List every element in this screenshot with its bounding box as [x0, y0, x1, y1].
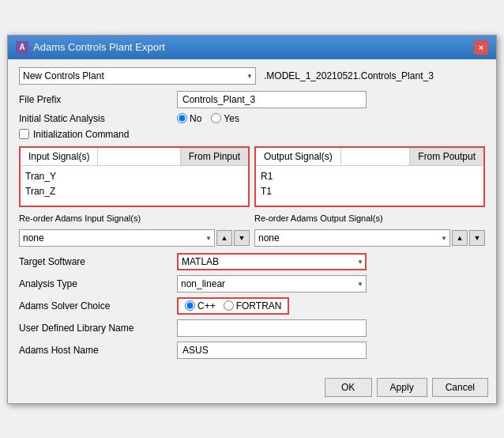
output-signals-header: Output Signal(s) From Poutput	[256, 148, 483, 166]
dialog-title: Adams Controls Plant Export	[33, 41, 165, 53]
host-name-label: Adams Host Name	[19, 345, 177, 356]
reorder-output-half: Re-order Adams Output Signal(s)	[254, 213, 485, 223]
reorder-output-down-btn[interactable]: ▼	[469, 230, 485, 246]
output-signals-tab: Output Signal(s)	[256, 148, 341, 165]
init-cmd-row: Initialization Command	[19, 129, 485, 140]
host-name-row: Adams Host Name	[19, 342, 485, 359]
output-signal-item-2: T1	[261, 184, 479, 199]
analysis-type-label: Analysis Type	[19, 278, 177, 289]
solver-choice-radios: C++ FORTRAN	[177, 297, 289, 315]
apply-button[interactable]: Apply	[377, 378, 427, 397]
radio-yes-input[interactable]	[211, 113, 221, 123]
initial-static-radios: No Yes	[177, 113, 239, 124]
reorder-input-down-btn[interactable]: ▼	[234, 230, 250, 246]
reorder-input-dropdown[interactable]: none	[19, 229, 215, 247]
file-prefix-control	[177, 91, 367, 108]
plant-dropdown-wrapper[interactable]: New Controls Plant	[19, 67, 256, 85]
cancel-button[interactable]: Cancel	[432, 378, 488, 397]
dialog-container: A Adams Controls Plant Export × New Cont…	[7, 35, 497, 404]
target-software-row: Target Software MATLAB	[19, 253, 485, 270]
input-signal-item-1: Tran_Y	[25, 169, 243, 184]
input-signals-panel: Input Signal(s) From Pinput Tran_Y Tran_…	[19, 146, 250, 207]
solver-choice-row: Adams Solver Choice C++ FORTRAN	[19, 297, 485, 315]
reorder-input-dropdown-wrapper[interactable]: none	[19, 229, 215, 247]
input-signals-list: Tran_Y Tran_Z	[21, 166, 248, 206]
target-software-dropdown[interactable]: MATLAB	[177, 253, 367, 270]
user-lib-row: User Defined Library Name	[19, 319, 485, 337]
reorder-input-controls: none ▲ ▼	[19, 229, 250, 247]
radio-cpp-input[interactable]	[185, 300, 195, 311]
init-cmd-checkbox[interactable]	[19, 129, 29, 139]
reorder-input-up-btn[interactable]: ▲	[216, 230, 232, 246]
initial-static-row: Initial Static Analysis No Yes	[19, 113, 485, 124]
init-cmd-label: Initialization Command	[33, 129, 129, 140]
title-bar-left: A Adams Controls Plant Export	[16, 41, 165, 54]
reorder-output-dropdown-wrapper[interactable]: none	[254, 229, 450, 247]
radio-no-label: No	[190, 113, 201, 124]
user-lib-input[interactable]	[177, 319, 367, 337]
file-prefix-row: File Prefix	[19, 91, 485, 108]
title-bar: A Adams Controls Plant Export ×	[8, 36, 496, 59]
model-label: .MODEL_1_20210521.Controls_Plant_3	[261, 70, 434, 81]
reorder-input-label: Re-order Adams Input Signal(s)	[19, 213, 141, 223]
radio-fortran[interactable]: FORTRAN	[224, 300, 282, 312]
ok-button[interactable]: OK	[325, 378, 372, 397]
radio-fortran-label: FORTRAN	[236, 300, 282, 312]
app-icon: A	[16, 41, 28, 54]
button-row: OK Apply Cancel	[8, 372, 496, 403]
input-signal-item-2: Tran_Z	[25, 184, 243, 199]
solver-choice-label: Adams Solver Choice	[19, 300, 177, 312]
radio-no-input[interactable]	[177, 113, 187, 123]
reorder-output-up-btn[interactable]: ▲	[452, 230, 468, 246]
radio-yes[interactable]: Yes	[211, 113, 239, 124]
analysis-type-dropdown-wrapper[interactable]: non_linear	[177, 275, 367, 293]
output-signals-list: R1 T1	[256, 166, 483, 206]
file-prefix-label: File Prefix	[19, 94, 177, 105]
target-software-label: Target Software	[19, 256, 177, 267]
analysis-type-row: Analysis Type non_linear	[19, 275, 485, 293]
close-button[interactable]: ×	[474, 40, 488, 55]
radio-cpp[interactable]: C++	[185, 300, 216, 312]
user-lib-label: User Defined Library Name	[19, 323, 177, 334]
signals-area: Input Signal(s) From Pinput Tran_Y Tran_…	[19, 146, 485, 207]
from-pinput-button[interactable]: From Pinput	[180, 148, 248, 165]
radio-cpp-label: C++	[197, 300, 216, 312]
target-software-dropdown-wrapper[interactable]: MATLAB	[177, 253, 367, 270]
reorder-section: Re-order Adams Input Signal(s) Re-order …	[19, 213, 485, 223]
reorder-dropdowns-row: none ▲ ▼ none ▲ ▼	[19, 229, 485, 247]
reorder-output-controls: none ▲ ▼	[254, 229, 485, 247]
initial-static-label: Initial Static Analysis	[19, 113, 177, 124]
output-signals-panel: Output Signal(s) From Poutput R1 T1	[254, 146, 485, 207]
file-prefix-input[interactable]	[177, 91, 367, 108]
analysis-type-dropdown[interactable]: non_linear	[177, 275, 367, 293]
from-poutput-button[interactable]: From Poutput	[409, 148, 483, 165]
input-signals-header: Input Signal(s) From Pinput	[21, 148, 248, 166]
host-name-input[interactable]	[177, 342, 367, 359]
radio-yes-label: Yes	[224, 113, 239, 124]
reorder-output-label: Re-order Adams Output Signal(s)	[254, 213, 383, 223]
input-signals-tab: Input Signal(s)	[21, 148, 98, 165]
reorder-output-dropdown[interactable]: none	[254, 229, 450, 247]
top-row: New Controls Plant .MODEL_1_20210521.Con…	[19, 67, 485, 85]
radio-no[interactable]: No	[177, 113, 201, 124]
radio-fortran-input[interactable]	[224, 300, 234, 311]
output-signal-item-1: R1	[261, 169, 479, 184]
reorder-input-half: Re-order Adams Input Signal(s)	[19, 213, 250, 223]
dialog-body: New Controls Plant .MODEL_1_20210521.Con…	[8, 59, 496, 372]
plant-dropdown[interactable]: New Controls Plant	[19, 67, 256, 85]
